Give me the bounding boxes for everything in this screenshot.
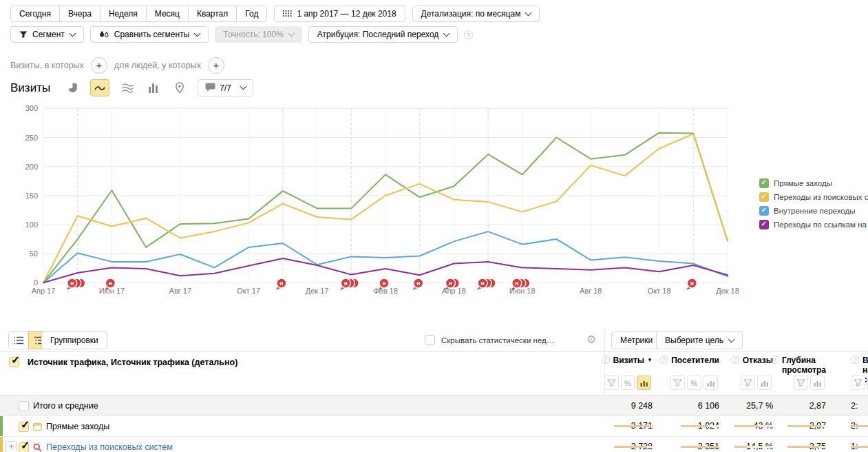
expand-row-button[interactable] bbox=[6, 441, 17, 452]
row-checkbox[interactable] bbox=[19, 422, 29, 432]
table-row-direct[interactable]: Прямые заходы 3 171 1 924 43 % 2,97 2: bbox=[0, 415, 868, 437]
metric-mini-bar bbox=[681, 446, 719, 448]
pie-chart-icon[interactable] bbox=[64, 80, 81, 96]
line-chart-icon[interactable] bbox=[90, 79, 109, 96]
annotation-marker[interactable]: н bbox=[275, 278, 286, 290]
add-visit-condition-button[interactable]: + bbox=[91, 57, 107, 74]
legend-checkbox[interactable] bbox=[759, 206, 769, 216]
legend-checkbox[interactable] bbox=[759, 178, 769, 188]
table-row-totals[interactable]: Итого и средние 9 248 6 106 25,7 % 2,87 … bbox=[0, 395, 868, 416]
range-yesterday-button[interactable]: Вчера bbox=[59, 6, 100, 22]
visits-line-chart: 050100150200250300Апр 17Июн 17Авг 17Окт … bbox=[0, 103, 761, 305]
help-icon[interactable] bbox=[770, 356, 779, 364]
legend-checkbox[interactable] bbox=[759, 220, 769, 229]
help-icon[interactable] bbox=[464, 30, 473, 39]
cell-visitors: 1 924 bbox=[654, 416, 721, 431]
row-label[interactable]: Переходы из поисковых систем bbox=[46, 442, 173, 452]
row-metrics: 9 248 6 106 25,7 % 2,87 2: bbox=[604, 395, 868, 411]
row-checkbox[interactable] bbox=[19, 401, 29, 411]
help-icon[interactable] bbox=[731, 356, 739, 364]
row-checkbox[interactable] bbox=[19, 442, 29, 452]
legend-item-internal[interactable]: Внутренние переходы bbox=[759, 204, 868, 218]
legend-item-site-links[interactable]: Переходы по ссылкам на сайтах bbox=[759, 218, 868, 232]
metric-mini-bar bbox=[614, 425, 653, 427]
speech-bubble-icon bbox=[205, 83, 215, 94]
filter-tool-button[interactable] bbox=[670, 376, 685, 390]
detalization-dropdown[interactable]: Детализация: по месяцам bbox=[412, 6, 540, 22]
help-icon[interactable] bbox=[851, 356, 859, 364]
cell-visits: 3 171 bbox=[604, 416, 654, 431]
legend-checkbox[interactable] bbox=[759, 192, 769, 202]
chevron-down-icon bbox=[525, 9, 532, 16]
cell-bounces: 14,5 % bbox=[721, 437, 774, 451]
cell-visits: 9 248 bbox=[604, 395, 654, 411]
svg-text:300: 300 bbox=[25, 104, 38, 112]
chart-title: Визиты bbox=[10, 81, 50, 95]
groupings-button[interactable]: Группировки bbox=[41, 331, 107, 349]
metrics-button[interactable]: Метрики bbox=[611, 331, 661, 349]
percent-tool-button[interactable]: % bbox=[687, 376, 701, 390]
legend-item-direct[interactable]: Прямые заходы bbox=[759, 176, 868, 190]
hide-unreliable-checkbox[interactable]: Скрывать статистически недостоверные дан… bbox=[425, 335, 557, 345]
gear-icon[interactable]: ⚙ bbox=[586, 333, 596, 346]
column-chart-icon[interactable] bbox=[145, 80, 162, 96]
metric-mini-bar bbox=[787, 446, 826, 448]
compare-segments-dropdown[interactable]: Сравнить сегменты bbox=[90, 26, 209, 43]
annotation-marker[interactable]: н bbox=[477, 278, 496, 290]
segment-label: Сегмент bbox=[32, 30, 65, 39]
svg-text:Окт 18: Окт 18 bbox=[648, 287, 671, 295]
percent-tool-button[interactable]: % bbox=[621, 376, 635, 390]
filter-tool-button[interactable] bbox=[851, 376, 865, 390]
accuracy-dropdown[interactable]: Точность: 100% bbox=[215, 26, 301, 43]
filter-tool-button[interactable] bbox=[741, 376, 755, 390]
checkbox[interactable] bbox=[425, 335, 435, 345]
table-row-search[interactable]: Переходы из поисковых систем 2 728 2 351… bbox=[0, 436, 868, 452]
flat-list-view-button[interactable] bbox=[8, 331, 29, 349]
metric-mini-bar bbox=[787, 425, 826, 427]
range-month-button[interactable]: Месяц bbox=[146, 6, 189, 22]
help-icon[interactable] bbox=[659, 356, 668, 364]
svg-text:н: н bbox=[449, 280, 452, 287]
chart-legend: Прямые заходы Переходы из поисковых сист… bbox=[759, 176, 868, 232]
attribution-dropdown[interactable]: Атрибуция: Последний переход bbox=[308, 26, 458, 43]
cell-depth: 2,87 bbox=[774, 395, 827, 411]
segment-toolbar: Сегмент Сравнить сегменты Точность: 100%… bbox=[10, 26, 473, 43]
stacked-area-icon[interactable] bbox=[119, 80, 136, 96]
map-pin-icon[interactable] bbox=[171, 80, 188, 96]
date-range-picker-button[interactable]: 1 апр 2017 — 12 дек 2018 bbox=[274, 6, 405, 22]
bars-tool-button[interactable] bbox=[810, 376, 825, 390]
range-year-button[interactable]: Год bbox=[236, 6, 267, 22]
row-metrics: 3 171 1 924 43 % 2,97 2: bbox=[604, 416, 868, 431]
range-quarter-button[interactable]: Квартал bbox=[188, 6, 237, 22]
drops-icon bbox=[99, 30, 109, 39]
bars-tool-button[interactable] bbox=[757, 376, 772, 390]
range-week-button[interactable]: Неделя bbox=[100, 6, 147, 22]
filter-tool-button[interactable] bbox=[604, 376, 619, 390]
annotation-marker[interactable]: н bbox=[686, 278, 697, 290]
attribution-label: Атрибуция: Последний переход bbox=[317, 30, 439, 39]
annotation-marker[interactable]: н bbox=[66, 278, 85, 290]
cell-time: 1: bbox=[827, 437, 868, 451]
tools-depth bbox=[774, 376, 827, 390]
chevron-down-icon bbox=[69, 30, 76, 37]
help-icon[interactable] bbox=[602, 356, 610, 364]
bars-tool-button[interactable] bbox=[637, 376, 651, 390]
select-all-checkbox[interactable] bbox=[9, 357, 19, 367]
choose-goal-dropdown[interactable]: Выберите цель bbox=[656, 331, 743, 349]
svg-text:Авг 18: Авг 18 bbox=[580, 287, 602, 295]
add-people-condition-button[interactable]: + bbox=[208, 57, 224, 74]
filter-tool-button[interactable] bbox=[794, 376, 808, 390]
annotation-marker[interactable]: н bbox=[412, 278, 423, 290]
svg-text:Дек 18: Дек 18 bbox=[716, 287, 739, 295]
yandex-metrica-dashboard: { "toolbar": { "ranges": ["Сегодня", "Вч… bbox=[0, 0, 868, 452]
bars-tool-button[interactable] bbox=[703, 376, 718, 390]
segment-dropdown[interactable]: Сегмент bbox=[10, 26, 84, 43]
tools-visitors: % bbox=[654, 376, 721, 390]
svg-text:н: н bbox=[690, 280, 694, 287]
metric-mini-bar bbox=[614, 446, 653, 448]
range-today-button[interactable]: Сегодня bbox=[10, 6, 60, 22]
annotation-marker[interactable]: н bbox=[340, 278, 359, 290]
legend-item-search[interactable]: Переходы из поисковых систем bbox=[759, 190, 868, 204]
svg-text:н: н bbox=[416, 280, 420, 287]
annotations-dropdown[interactable]: 7/7 bbox=[198, 79, 253, 96]
